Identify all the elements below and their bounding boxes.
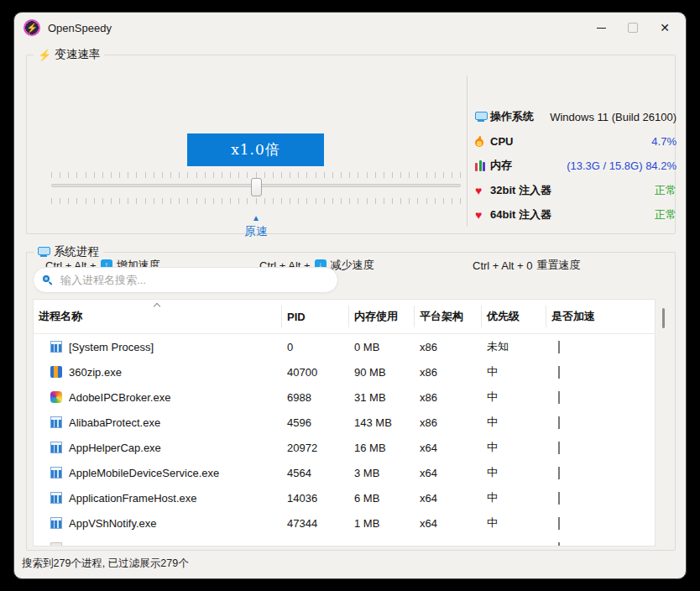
origin-speed-label: 原速 <box>239 224 273 239</box>
process-memory: 90 MB <box>349 366 415 379</box>
process-priority: 中 <box>482 364 546 379</box>
speed-multiplier-button[interactable]: x1.0倍 <box>187 133 324 166</box>
process-name: AppVShNotify.exe <box>69 517 157 530</box>
process-search-input[interactable] <box>59 273 329 287</box>
monitor-icon <box>475 112 488 122</box>
os-value: Windows 11 (Build 26100) <box>550 111 676 123</box>
process-icon <box>50 366 62 378</box>
table-row[interactable]: AlibabaProtect.exe 4596 143 MB x86 中 <box>34 410 655 435</box>
minimize-icon <box>597 28 606 29</box>
process-name: [System Process] <box>69 341 154 353</box>
info-row-memory: 内存 (13.3G / 15.8G) 84.2% <box>475 157 676 174</box>
cpu-value: 4.7% <box>651 135 676 148</box>
process-icon <box>50 517 62 529</box>
process-arch: x86 <box>415 416 482 429</box>
maximize-button[interactable] <box>617 16 649 39</box>
accelerate-checkbox[interactable] <box>558 341 560 353</box>
process-icon <box>50 391 62 403</box>
memory-value: (13.3G / 15.8G) 84.2% <box>567 160 676 172</box>
table-row[interactable]: AppHelperCap.exe 20972 16 MB x64 中 <box>34 435 655 460</box>
window-title: OpenSpeedy <box>48 22 112 34</box>
process-name: AlibabaProtect.exe <box>69 416 160 429</box>
process-priority: 中 <box>482 465 546 480</box>
system-processes-group-title: 系统进程 <box>34 244 103 259</box>
lightning-icon: ⚡ <box>38 49 51 61</box>
process-pid: 4564 <box>282 467 349 479</box>
process-pid: 20972 <box>282 442 349 454</box>
maximize-icon <box>628 23 638 33</box>
table-row[interactable]: AppleMobileDeviceService.exe 4564 3 MB x… <box>34 460 655 485</box>
process-memory: 143 MB <box>349 416 415 429</box>
header-pid[interactable]: PID <box>282 306 349 327</box>
table-row[interactable] <box>34 536 655 547</box>
search-icon <box>42 275 54 286</box>
process-arch: x64 <box>415 467 482 479</box>
process-pid: 40700 <box>282 366 349 379</box>
process-search-box[interactable] <box>33 267 338 293</box>
header-accelerate[interactable]: 是否加速 <box>546 306 656 327</box>
status-bar-text: 搜索到279个进程, 已过滤展示279个 <box>22 557 189 571</box>
process-table: 进程名称 PID 内存使用 平台架构 优先级 是否加速 [System Proc… <box>33 299 656 547</box>
slider-ticks-bottom <box>51 198 461 204</box>
process-arch: x64 <box>415 442 482 454</box>
process-pid: 0 <box>282 341 349 353</box>
title-bar[interactable]: ⚡ OpenSpeedy ✕ <box>14 13 686 43</box>
minimize-button[interactable] <box>585 16 617 39</box>
process-icon <box>50 467 62 479</box>
accelerate-checkbox[interactable] <box>558 391 560 404</box>
origin-speed-marker-icon: ▲ <box>239 214 273 222</box>
accelerate-checkbox[interactable] <box>558 542 560 547</box>
process-priority: 中 <box>482 440 546 455</box>
process-memory: 16 MB <box>349 442 415 454</box>
header-priority[interactable]: 优先级 <box>482 306 546 327</box>
table-row[interactable]: 360zip.exe 40700 90 MB x86 中 <box>34 359 655 384</box>
heart-icon: ♥ <box>475 186 482 196</box>
process-table-header[interactable]: 进程名称 PID 内存使用 平台架构 优先级 是否加速 <box>34 300 655 334</box>
monitor-icon <box>38 247 50 257</box>
flame-icon <box>475 136 483 147</box>
close-icon: ✕ <box>660 22 670 34</box>
process-pid: 14036 <box>282 492 349 505</box>
process-icon <box>50 492 62 504</box>
process-arch: x86 <box>415 391 482 404</box>
process-priority: 中 <box>482 390 546 405</box>
table-row[interactable]: [System Process] 0 0 MB x86 未知 <box>34 334 655 359</box>
speed-slider-handle[interactable] <box>251 178 262 196</box>
info-row-injector64: ♥ 64bit 注入器 正常 <box>475 207 676 223</box>
info-row-os: 操作系统 Windows 11 (Build 26100) <box>475 108 676 125</box>
accelerate-checkbox[interactable] <box>558 416 560 429</box>
process-memory: 6 MB <box>349 492 415 505</box>
accelerate-checkbox[interactable] <box>558 492 560 505</box>
header-memory[interactable]: 内存使用 <box>349 306 415 327</box>
header-architecture[interactable]: 平台架构 <box>415 306 482 327</box>
process-priority: 中 <box>482 490 546 505</box>
process-table-body: [System Process] 0 0 MB x86 未知 360zip.ex… <box>34 334 655 547</box>
table-row[interactable]: AdobeIPCBroker.exe 6988 31 MB x86 中 <box>34 384 655 410</box>
speed-rate-group: ⚡ 变速速率 x1.0倍 ▲ 原速 Ctrl + Alt + ↑ 增加速度 Ct… <box>26 55 676 234</box>
table-scrollbar-thumb[interactable] <box>662 308 665 328</box>
accelerate-checkbox[interactable] <box>558 467 560 479</box>
info-row-cpu: CPU 4.7% <box>475 133 676 149</box>
process-arch: x64 <box>415 492 482 505</box>
process-name: AppleMobileDeviceService.exe <box>69 467 219 479</box>
accelerate-checkbox[interactable] <box>558 442 560 454</box>
accelerate-checkbox[interactable] <box>558 366 560 379</box>
process-memory: 3 MB <box>349 467 415 479</box>
table-row[interactable]: AppVShNotify.exe 47344 1 MB x64 中 <box>34 510 655 536</box>
injector64-status: 正常 <box>655 207 676 222</box>
close-button[interactable]: ✕ <box>649 16 681 39</box>
process-memory: 0 MB <box>349 341 415 353</box>
process-memory: 1 MB <box>349 517 415 530</box>
process-name: AppHelperCap.exe <box>69 442 161 454</box>
process-arch: x86 <box>415 366 482 379</box>
process-icon <box>50 416 62 428</box>
injector32-status: 正常 <box>655 183 676 198</box>
accelerate-checkbox[interactable] <box>558 517 560 530</box>
process-priority: 中 <box>482 415 546 430</box>
heart-icon: ♥ <box>475 210 482 221</box>
process-priority: 未知 <box>482 339 546 354</box>
process-icon <box>50 341 62 353</box>
process-arch: x64 <box>415 517 482 530</box>
app-logo-icon: ⚡ <box>24 19 40 36</box>
table-row[interactable]: ApplicationFrameHost.exe 14036 6 MB x64 … <box>34 485 655 510</box>
